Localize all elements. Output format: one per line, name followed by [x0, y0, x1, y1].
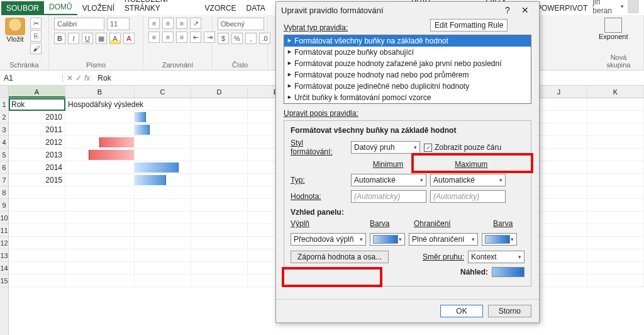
bold-button[interactable]: B — [54, 33, 65, 44]
cell[interactable] — [587, 186, 644, 199]
col-header[interactable]: A — [9, 86, 65, 98]
tab-layout[interactable]: ROZLOŽENÍ STRÁNKY — [119, 0, 200, 15]
align-mid-button[interactable]: ≡ — [162, 18, 174, 29]
font-size-combo[interactable]: 11 — [107, 18, 130, 30]
cell[interactable] — [191, 199, 248, 212]
close-button[interactable]: ✕ — [516, 5, 534, 15]
cell[interactable] — [587, 199, 644, 212]
fill-color-combo[interactable]: ▾ — [370, 233, 405, 246]
cell[interactable] — [587, 212, 644, 224]
italic-button[interactable]: I — [68, 33, 79, 44]
format-style-combo[interactable]: Datový pruh▾ — [351, 141, 420, 154]
cell[interactable] — [135, 174, 191, 186]
cell[interactable] — [587, 161, 644, 174]
row-header[interactable]: 10 — [0, 212, 8, 224]
row-header[interactable]: 11 — [0, 224, 8, 237]
border-button[interactable]: ▦ — [96, 33, 107, 44]
cell[interactable] — [191, 275, 248, 287]
cell[interactable] — [65, 161, 135, 174]
rule-item[interactable]: Formátovat pouze hodnoty zařazené jako p… — [284, 58, 531, 69]
cell[interactable] — [191, 224, 248, 237]
font-name-combo[interactable]: Calibri — [54, 18, 104, 30]
cell[interactable] — [191, 174, 248, 186]
cell[interactable] — [587, 262, 644, 275]
cell[interactable] — [9, 275, 65, 287]
col-header[interactable]: K — [587, 86, 644, 98]
align-right-button[interactable]: ≡ — [176, 31, 187, 43]
align-top-button[interactable]: ≡ — [148, 18, 160, 29]
row-header[interactable]: 3 — [0, 123, 8, 136]
cell[interactable] — [135, 275, 191, 287]
tab-home[interactable]: DOMŮ — [44, 0, 77, 15]
row-header[interactable]: 4 — [0, 136, 8, 149]
cell[interactable] — [191, 136, 248, 149]
align-center-button[interactable]: ≡ — [162, 31, 174, 43]
cell[interactable] — [65, 262, 135, 275]
cell[interactable] — [135, 123, 191, 136]
row-header[interactable]: 7 — [0, 174, 8, 186]
cell[interactable] — [65, 212, 135, 224]
border-color-combo[interactable]: ▾ — [482, 233, 517, 246]
cut-button[interactable]: ✂ — [30, 18, 42, 29]
cell[interactable] — [135, 149, 191, 161]
min-type-combo[interactable]: Automatické▾ — [351, 174, 426, 186]
currency-button[interactable]: $ — [218, 33, 229, 44]
max-value-input[interactable]: (Automaticky) — [430, 190, 506, 203]
user-account[interactable]: jiri beran ▾ — [592, 0, 644, 15]
tab-data[interactable]: DATA — [242, 1, 270, 15]
col-header[interactable]: B — [65, 86, 135, 98]
cell[interactable] — [587, 224, 644, 237]
cell[interactable] — [191, 98, 248, 111]
font-color-button[interactable]: A — [123, 33, 135, 44]
cell[interactable] — [587, 149, 644, 161]
fx-icon[interactable]: fx — [84, 74, 90, 82]
cell[interactable] — [587, 237, 644, 249]
cell[interactable] — [135, 224, 191, 237]
cell[interactable] — [65, 224, 135, 237]
cell[interactable] — [9, 224, 65, 237]
copy-button[interactable]: ⎘ — [30, 30, 42, 42]
cell[interactable] — [191, 111, 248, 123]
cell[interactable] — [191, 186, 248, 199]
bar-direction-combo[interactable]: Kontext▾ — [468, 251, 525, 263]
row-header[interactable]: 5 — [0, 149, 8, 161]
cell[interactable]: Hospodářský výsledek — [65, 98, 135, 111]
row-header[interactable]: 6 — [0, 161, 8, 174]
orientation-button[interactable]: ↗ — [190, 18, 201, 29]
align-bot-button[interactable]: ≡ — [176, 18, 187, 29]
cell[interactable] — [9, 186, 65, 199]
cell[interactable] — [135, 212, 191, 224]
min-value-input[interactable]: (Automaticky) — [351, 190, 426, 203]
cell[interactable] — [191, 161, 248, 174]
border-type-combo[interactable]: Plné ohraničení▾ — [409, 233, 478, 246]
rule-item[interactable]: Určit buňky k formátování pomocí vzorce — [284, 92, 531, 103]
cell[interactable] — [9, 237, 65, 249]
cell[interactable] — [587, 123, 644, 136]
cell[interactable] — [587, 275, 644, 287]
row-header[interactable]: 2 — [0, 111, 8, 123]
name-box[interactable]: A1 — [0, 74, 63, 82]
rule-item[interactable]: Formátovat pouze buňky obsahující — [284, 47, 531, 58]
cell[interactable] — [135, 237, 191, 249]
cell[interactable] — [9, 199, 65, 212]
rule-item[interactable]: Formátovat pouze jedinečné nebo duplicit… — [284, 81, 531, 92]
cell[interactable] — [587, 98, 644, 111]
cell[interactable] — [65, 275, 135, 287]
cell[interactable] — [65, 111, 135, 123]
cell[interactable]: 2013 — [9, 149, 65, 161]
cell[interactable] — [191, 262, 248, 275]
cell[interactable] — [191, 249, 248, 262]
cell[interactable] — [65, 237, 135, 249]
cell[interactable] — [9, 212, 65, 224]
tab-file[interactable]: SOUBOR — [1, 1, 44, 15]
cell[interactable]: 2010 — [9, 111, 65, 123]
cell[interactable] — [191, 149, 248, 161]
row-header[interactable]: 13 — [0, 249, 8, 262]
indent-dec-button[interactable]: ⇤ — [190, 31, 201, 43]
cell[interactable] — [135, 262, 191, 275]
cell[interactable] — [65, 136, 135, 149]
format-painter-button[interactable]: 🖌 — [30, 43, 42, 54]
percent-button[interactable]: % — [231, 33, 243, 44]
cell[interactable] — [587, 111, 644, 123]
row-header[interactable]: 8 — [0, 186, 8, 199]
